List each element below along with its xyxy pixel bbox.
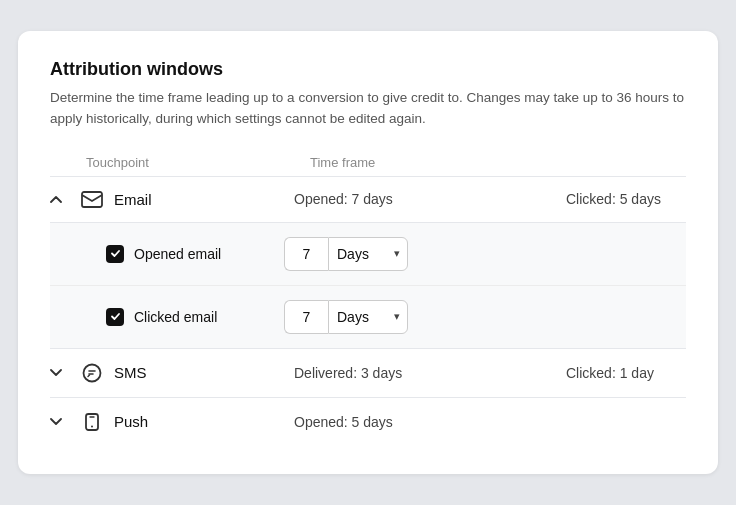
svg-point-3 xyxy=(91,425,93,427)
email-icon xyxy=(78,191,106,208)
sms-label: SMS xyxy=(114,364,294,381)
sms-icon xyxy=(78,363,106,383)
clicked-email-label: Clicked email xyxy=(134,309,284,325)
opened-email-label: Opened email xyxy=(134,246,284,262)
svg-point-1 xyxy=(84,364,101,381)
opened-email-input-group: Days Hours Weeks ▾ xyxy=(284,237,408,271)
svg-rect-0 xyxy=(82,192,102,207)
checkbox-opened-email[interactable] xyxy=(106,245,124,263)
attribution-windows-card: Attribution windows Determine the time f… xyxy=(18,31,718,474)
clicked-email-select-wrapper: Days Hours Weeks ▾ xyxy=(328,300,408,334)
sms-timeframe2: Clicked: 1 day xyxy=(566,365,686,381)
opened-email-unit-select[interactable]: Days Hours Weeks xyxy=(328,237,408,271)
card-title: Attribution windows xyxy=(50,59,686,80)
opened-email-select-wrapper: Days Hours Weeks ▾ xyxy=(328,237,408,271)
email-timeframe2: Clicked: 5 days xyxy=(566,191,686,207)
clicked-email-number-input[interactable] xyxy=(284,300,328,334)
chevron-sms[interactable] xyxy=(50,369,78,377)
header-touchpoint: Touchpoint xyxy=(50,155,310,170)
sms-timeframe1: Delivered: 3 days xyxy=(294,365,566,381)
opened-email-number-input[interactable] xyxy=(284,237,328,271)
email-label: Email xyxy=(114,191,294,208)
row-sms: SMS Delivered: 3 days Clicked: 1 day xyxy=(50,349,686,398)
clicked-email-unit-select[interactable]: Days Hours Weeks xyxy=(328,300,408,334)
card-description: Determine the time frame leading up to a… xyxy=(50,88,686,129)
checkbox-clicked-email[interactable] xyxy=(106,308,124,326)
chevron-push[interactable] xyxy=(50,418,78,426)
clicked-email-input-group: Days Hours Weeks ▾ xyxy=(284,300,408,334)
table-header: Touchpoint Time frame xyxy=(50,149,686,177)
email-timeframe1: Opened: 7 days xyxy=(294,191,566,207)
header-timeframe: Time frame xyxy=(310,155,686,170)
subrow-opened-email: Opened email Days Hours Weeks ▾ xyxy=(50,223,686,286)
push-label: Push xyxy=(114,413,294,430)
email-subrows: Opened email Days Hours Weeks ▾ xyxy=(50,223,686,349)
push-timeframe1: Opened: 5 days xyxy=(294,414,566,430)
chevron-email[interactable] xyxy=(50,195,78,203)
row-email: Email Opened: 7 days Clicked: 5 days xyxy=(50,177,686,223)
row-push: Push Opened: 5 days xyxy=(50,398,686,446)
push-icon xyxy=(78,412,106,432)
subrow-clicked-email: Clicked email Days Hours Weeks ▾ xyxy=(50,286,686,348)
